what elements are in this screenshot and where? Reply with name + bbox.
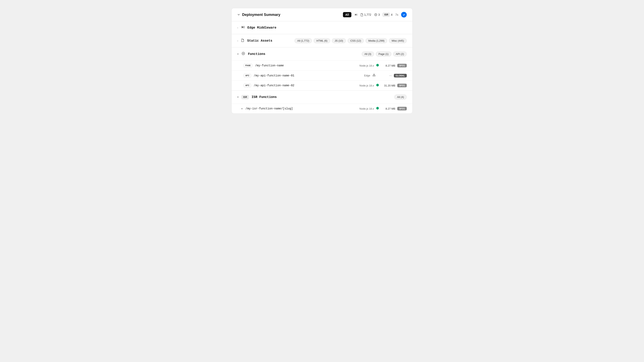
function-item-api-1: API /my-api-function-name-01 Edge — GLOB… (232, 70, 412, 80)
edge-middleware-title: Edge Middleware (247, 26, 276, 29)
fn-name-2: /my-api-function-name-01 (254, 74, 361, 77)
isr-item-1: ▾ /my-isr-function-name/[slug] Node.js 1… (232, 104, 412, 113)
filter-functions-all[interactable]: All (3) (362, 51, 374, 56)
functions-title: Functions (248, 52, 265, 56)
functions-count-stat: 3 (374, 13, 380, 16)
isr-functions-section: ▾ ISR ISR Functions All (4) ▾ /my-isr-fu… (232, 90, 412, 113)
isr-title: ISR Functions (252, 95, 277, 99)
fn-name-3: /my-api-function-name-02 (254, 84, 356, 87)
isr-size-1: 8.27 MB (381, 107, 395, 110)
svg-marker-6 (376, 64, 379, 66)
fn-size-1: 8.27 MB (381, 64, 395, 67)
functions-filters: All (3) Page (1) API (2) (362, 51, 407, 56)
isr-item-chevron[interactable]: ▾ (241, 107, 243, 110)
isr-filters: All (4) (394, 94, 407, 99)
filter-js-10[interactable]: JS (10) (332, 38, 346, 43)
header-stats: All 1,772 3 (343, 12, 407, 17)
svg-point-5 (242, 52, 245, 55)
fn-stats-3: Node.js 18.x 31.20 MB SFO1 (360, 83, 407, 87)
fn-region-3: SFO1 (397, 84, 407, 87)
fn-region-1: SFO1 (397, 64, 407, 67)
deployment-summary-card: Deployment Summary All 1,772 (232, 8, 412, 114)
fn-hex-1 (376, 63, 379, 67)
static-assets-row: › Static Assets All (1,772) HTML (6) JS … (232, 34, 412, 47)
svg-marker-3 (242, 26, 244, 28)
svg-point-9 (374, 76, 374, 76)
success-indicator (401, 12, 407, 17)
functions-chevron[interactable]: ▾ (237, 52, 239, 55)
filter-functions-api[interactable]: API (2) (393, 51, 407, 56)
fn-type-page: PAGE (244, 64, 252, 67)
functions-stat (354, 13, 358, 16)
filter-css-12[interactable]: CSS (12) (348, 38, 364, 43)
header-left: Deployment Summary (237, 13, 280, 17)
filter-media-1299[interactable]: Media (1,299) (366, 38, 387, 43)
functions-icon (374, 13, 377, 16)
filter-all-1772[interactable]: All (1,772) (294, 38, 312, 43)
fn-runtime-1: Node.js 18.x (360, 64, 374, 67)
static-count: 1,772 (364, 13, 371, 16)
page-title: Deployment Summary (242, 13, 280, 17)
filter-isr-all[interactable]: All (4) (394, 94, 407, 99)
all-filter-button[interactable]: All (343, 12, 352, 17)
fn-size-2: — (378, 74, 392, 77)
isr-badge: ISR (382, 13, 390, 17)
svg-rect-1 (356, 14, 357, 16)
fn-type-api-1: API (244, 74, 251, 77)
functions-section: ▾ Functions All (3) Page (1) API (2) PAG… (232, 47, 412, 90)
fn-name-1: /my-function-name (255, 64, 356, 67)
isr-chevron[interactable]: ▾ (237, 95, 239, 98)
static-assets-icon (241, 39, 244, 43)
fn-runtime-3: Node.js 18.x (360, 84, 374, 87)
function-item-api-2: API /my-api-function-name-02 Node.js 18.… (232, 80, 412, 90)
filter-functions-page[interactable]: Page (1) (376, 51, 392, 56)
static-assets-title: Static Assets (247, 39, 272, 43)
isr-functions-row: ▾ ISR ISR Functions All (4) (232, 90, 412, 104)
isr-stats-1: Node.js 18.x 8.27 MB SFO1 (360, 107, 407, 111)
static-assets-section: › Static Assets All (1,772) HTML (6) JS … (232, 34, 412, 47)
svg-marker-11 (376, 107, 379, 110)
fn-stats-1: Node.js 18.x 8.27 MB SFO1 (360, 63, 407, 67)
isr-count: 4 (391, 13, 392, 16)
static-assets-chevron[interactable]: › (237, 39, 238, 42)
edge-middleware-section: › Edge Middleware (232, 21, 412, 34)
fn-stats-2: Edge — GLOBAL (364, 73, 407, 78)
static-count-stat: 1,772 (360, 13, 371, 16)
isr-region-1: SFO1 (397, 107, 407, 110)
isr-section-badge: ISR (242, 95, 249, 99)
static-assets-filters: All (1,772) HTML (6) JS (10) CSS (12) Me… (294, 38, 407, 43)
functions-icon (242, 52, 245, 56)
filter-html-6[interactable]: HTML (6) (314, 38, 330, 43)
function-item-page: PAGE /my-function-name Node.js 18.x 8.27… (232, 60, 412, 70)
fn-hex-3 (376, 83, 379, 87)
fn-runtime-2: Edge (364, 74, 370, 77)
edge-middleware-chevron[interactable]: › (237, 26, 238, 29)
svg-marker-10 (376, 84, 379, 86)
collapse-chevron[interactable] (237, 13, 240, 16)
isr-stat: ISR 4 (382, 13, 392, 17)
play-pause-icon (354, 13, 358, 16)
edge-middleware-icon (241, 25, 244, 30)
fn-edge-icon (372, 73, 376, 78)
summary-header: Deployment Summary All 1,772 (232, 8, 412, 21)
file-icon (360, 13, 363, 16)
functions-row: ▾ Functions All (3) Page (1) API (2) (232, 47, 412, 60)
svg-point-2 (374, 13, 377, 16)
svg-rect-4 (244, 26, 244, 28)
isr-runtime-1: Node.js 18.x (360, 107, 374, 110)
deploy-timer: 7s (395, 13, 398, 16)
svg-marker-0 (355, 14, 356, 16)
filter-misc-445[interactable]: Misc (445) (389, 38, 407, 43)
fn-region-2: GLOBAL (394, 74, 407, 77)
fn-size-3: 31.20 MB (381, 84, 395, 87)
isr-fn-name-1: /my-isr-function-name/[slug] (246, 107, 356, 110)
functions-count: 3 (378, 13, 380, 16)
isr-hex-1 (376, 107, 379, 111)
fn-type-api-2: API (244, 84, 251, 87)
edge-middleware-row: › Edge Middleware (232, 21, 412, 34)
